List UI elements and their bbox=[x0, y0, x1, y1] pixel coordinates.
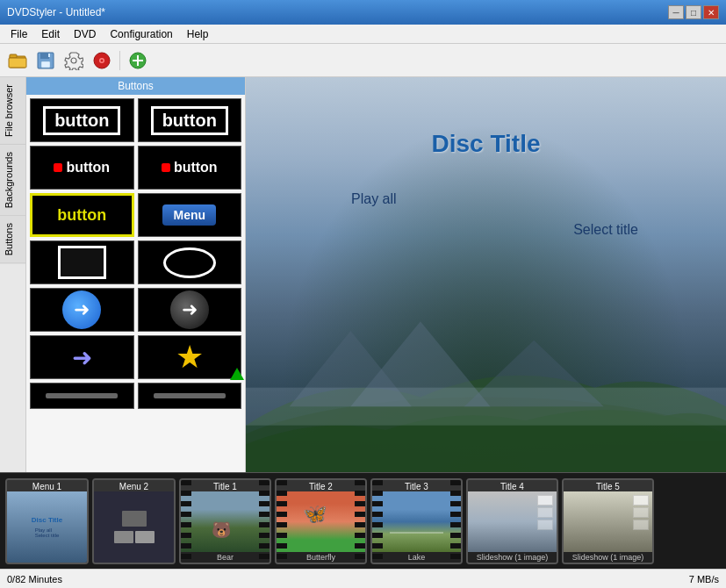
svg-point-7 bbox=[71, 58, 76, 63]
thumbnail-menu2-label: Menu 2 bbox=[94, 480, 174, 491]
thumbnail-title2-label: Title 2 bbox=[277, 480, 365, 491]
buttons-panel-content: button button button button button Menu bbox=[26, 95, 245, 472]
thumbnail-title1-label: Title 1 bbox=[181, 480, 270, 491]
svg-rect-13 bbox=[133, 60, 143, 61]
thumbnail-title5[interactable]: Title 5 Slideshow (1 image) bbox=[562, 478, 654, 564]
thumbnail-menu1-image: Disc Title Play allSelect title bbox=[7, 491, 87, 563]
button-item-11[interactable]: ➜ bbox=[30, 335, 134, 379]
thumbnail-bar: Menu 1 Disc Title Play allSelect title M… bbox=[0, 472, 726, 569]
thumbnail-title2-image: 🦋 bbox=[277, 491, 365, 552]
svg-rect-15 bbox=[246, 387, 726, 425]
open-button[interactable] bbox=[5, 48, 30, 73]
button-item-13[interactable] bbox=[30, 383, 134, 409]
titlebar-title: DVDStyler - Untitled* bbox=[7, 6, 105, 18]
add-button[interactable] bbox=[126, 48, 150, 73]
sidebar: File browser Backgrounds Buttons bbox=[0, 77, 26, 472]
thumbnail-title4-sublabel: Slideshow (1 image) bbox=[468, 552, 557, 563]
thumbnail-title4[interactable]: Title 4 Slideshow (1 image) bbox=[466, 478, 558, 564]
main-area: File browser Backgrounds Buttons Buttons… bbox=[0, 77, 726, 472]
menu-dvd[interactable]: DVD bbox=[67, 26, 103, 42]
button-item-3[interactable]: button bbox=[30, 146, 134, 190]
toolbar bbox=[0, 44, 726, 77]
maximize-button[interactable]: □ bbox=[686, 5, 701, 19]
thumbnail-menu2-image bbox=[94, 491, 174, 563]
svg-rect-2 bbox=[9, 58, 26, 68]
thumbnail-menu1[interactable]: Menu 1 Disc Title Play allSelect title bbox=[5, 478, 89, 564]
menu-help[interactable]: Help bbox=[180, 26, 216, 42]
button-item-1[interactable]: button bbox=[30, 98, 134, 142]
thumbnail-title4-label: Title 4 bbox=[468, 480, 557, 491]
save-button[interactable] bbox=[33, 48, 58, 73]
menu-file[interactable]: File bbox=[4, 26, 34, 42]
buttons-panel: Buttons button button button button butt… bbox=[26, 77, 246, 472]
menubar: File Edit DVD Configuration Help bbox=[0, 25, 726, 44]
play-all-button[interactable]: Play all bbox=[351, 191, 397, 207]
thumbnail-title3[interactable]: Title 3 Lake bbox=[370, 478, 463, 564]
thumbnail-title2[interactable]: Title 2 🦋 Butterfly bbox=[275, 478, 367, 564]
titlebar: DVDStyler - Untitled* ─ □ ✕ bbox=[0, 0, 726, 25]
canvas-area[interactable]: Disc Title Play all Select title bbox=[246, 77, 726, 472]
toolbar-separator bbox=[119, 51, 120, 70]
thumbnail-title2-sublabel: Butterfly bbox=[277, 552, 365, 563]
thumbnail-title1[interactable]: Title 1 🐻 Bear bbox=[179, 478, 271, 564]
thumbnail-title1-image: 🐻 bbox=[181, 491, 270, 552]
sidebar-tab-filebrowser[interactable]: File browser bbox=[0, 77, 25, 145]
statusbar: 0/82 Minutes 7 MB/s bbox=[0, 569, 726, 588]
svg-rect-6 bbox=[48, 54, 50, 57]
button-item-9[interactable]: ➜ bbox=[30, 288, 134, 332]
burn-button[interactable] bbox=[90, 48, 114, 73]
thumbnail-menu2[interactable]: Menu 2 bbox=[92, 478, 176, 564]
menu-configuration[interactable]: Configuration bbox=[103, 26, 179, 42]
thumbnail-menu1-label: Menu 1 bbox=[7, 480, 87, 491]
disc-title[interactable]: Disc Title bbox=[432, 130, 541, 158]
tools-button[interactable] bbox=[61, 48, 86, 73]
sidebar-tab-buttons[interactable]: Buttons bbox=[0, 216, 25, 263]
minimize-button[interactable]: ─ bbox=[668, 5, 684, 19]
status-size: 7 MB/s bbox=[689, 574, 719, 584]
thumbnail-title5-label: Title 5 bbox=[564, 480, 652, 491]
button-item-4[interactable]: button bbox=[138, 146, 242, 190]
thumbnail-title1-sublabel: Bear bbox=[181, 552, 270, 563]
button-item-6[interactable]: Menu bbox=[138, 193, 242, 237]
window-controls: ─ □ ✕ bbox=[668, 5, 719, 19]
button-item-14[interactable] bbox=[138, 383, 242, 409]
thumbnail-title3-label: Title 3 bbox=[372, 480, 461, 491]
thumbnail-title3-sublabel: Lake bbox=[372, 552, 461, 563]
thumbnail-title5-image bbox=[564, 491, 652, 552]
menu-edit[interactable]: Edit bbox=[34, 26, 67, 42]
button-item-2[interactable]: button bbox=[138, 98, 242, 142]
buttons-panel-header: Buttons bbox=[26, 77, 245, 95]
button-item-5[interactable]: button bbox=[30, 193, 134, 237]
status-progress: 0/82 Minutes bbox=[7, 574, 62, 584]
thumbnail-title5-sublabel: Slideshow (1 image) bbox=[564, 552, 652, 563]
svg-rect-1 bbox=[10, 54, 17, 58]
svg-rect-5 bbox=[41, 61, 50, 68]
button-item-7[interactable] bbox=[30, 240, 134, 284]
select-title-button[interactable]: Select title bbox=[573, 222, 638, 238]
close-button[interactable]: ✕ bbox=[703, 5, 719, 19]
button-item-12[interactable]: ★ bbox=[138, 335, 242, 379]
sidebar-tab-backgrounds[interactable]: Backgrounds bbox=[0, 145, 25, 216]
button-item-8[interactable] bbox=[138, 240, 242, 284]
svg-point-10 bbox=[101, 59, 104, 61]
thumbnail-title3-image bbox=[372, 491, 461, 552]
thumbnail-title4-image bbox=[468, 491, 557, 552]
svg-rect-4 bbox=[40, 53, 49, 59]
button-item-10[interactable]: ➜ bbox=[138, 288, 242, 332]
